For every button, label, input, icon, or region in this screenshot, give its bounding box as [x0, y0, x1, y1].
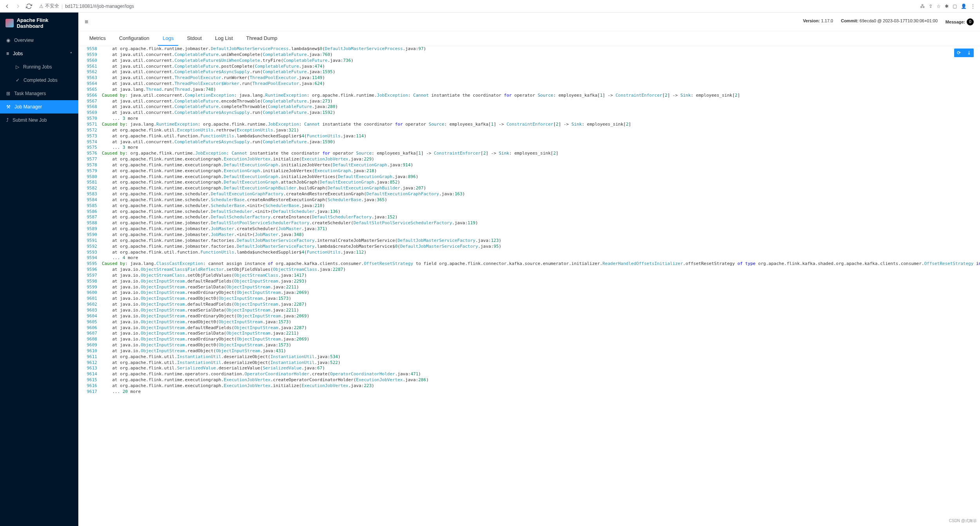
sidebar-item-running-jobs[interactable]: ▷ Running Jobs — [0, 60, 78, 74]
line-number: 9580 — [78, 174, 102, 180]
log-line: 9609 at java.io.ObjectInputStream.readOb… — [78, 342, 980, 348]
line-content: at java.io.ObjectInputStream.defaultRead… — [102, 279, 980, 285]
log-line: 9613 at org.apache.flink.util.Serialized… — [78, 366, 980, 371]
line-content: at org.apache.flink.runtime.jobmaster.Jo… — [102, 226, 980, 232]
line-number: 9597 — [78, 273, 102, 279]
line-content: at java.io.ObjectInputStream.readObject0… — [102, 342, 980, 348]
sidebar-item-overview[interactable]: ◉ Overview — [0, 34, 78, 47]
tab-log-list[interactable]: Log List — [210, 31, 238, 46]
url-bar[interactable]: ⚠ 不安全 | bd171:18081/#/job-manager/logs — [36, 2, 917, 10]
sidebar-item-label: Job Manager — [14, 104, 42, 110]
log-line: 9578 at org.apache.flink.runtime.executi… — [78, 162, 980, 168]
line-number: 9577 — [78, 157, 102, 162]
log-line: 9577 at org.apache.flink.runtime.executi… — [78, 157, 980, 162]
sidebar-item-job-manager[interactable]: ⚒ Job Manager — [0, 100, 78, 113]
line-number: 9590 — [78, 232, 102, 238]
tabs: Metrics Configuration Logs Stdout Log Li… — [78, 31, 980, 46]
line-number: 9566 — [78, 93, 102, 99]
sidebar: Apache Flink Dashboard ◉ Overview ≡ Jobs… — [0, 13, 78, 526]
line-content: at org.apache.flink.runtime.executiongra… — [102, 162, 980, 168]
log-line: 9605 at java.io.ObjectInputStream.readOb… — [78, 319, 980, 325]
log-viewer[interactable]: ⟳ ⤓ 9558 at org.apache.flink.runtime.job… — [78, 46, 980, 526]
log-line: 9595Caused by: java.lang.ClassCastExcept… — [78, 261, 980, 267]
line-content: at java.util.concurrent.ThreadPoolExecut… — [102, 81, 980, 87]
log-line: 9617 ... 20 more — [78, 389, 980, 395]
line-number: 9562 — [78, 69, 102, 75]
line-number: 9574 — [78, 139, 102, 145]
line-content: Caused by: org.apache.flink.runtime.JobE… — [102, 151, 980, 157]
window-icon[interactable]: ▢ — [953, 4, 957, 9]
sidebar-item-submit-job[interactable]: ⤴ Submit New Job — [0, 113, 78, 127]
line-number: 9601 — [78, 296, 102, 302]
log-line: 9579 at org.apache.flink.runtime.executi… — [78, 168, 980, 174]
bars-icon: ≡ — [6, 51, 9, 56]
line-content: at java.util.concurrent.CompletableFutur… — [102, 58, 980, 64]
extensions-icon[interactable]: ✱ — [945, 4, 949, 9]
line-content: at java.io.ObjectInputStream.readSerialD… — [102, 331, 980, 337]
line-number: 9610 — [78, 348, 102, 354]
line-content: at java.util.concurrent.ThreadPoolExecut… — [102, 75, 980, 81]
line-content: at java.io.ObjectStreamClass$FieldReflec… — [102, 267, 980, 273]
translate-icon[interactable]: ⁂ — [920, 4, 925, 9]
line-number: 9567 — [78, 99, 102, 104]
line-number: 9592 — [78, 244, 102, 250]
main-content: ≡ Version: 1.17.0 Commit: 69ecda0 @ 2023… — [78, 13, 980, 526]
flink-logo-icon — [5, 19, 14, 27]
log-line: 9590 at org.apache.flink.runtime.jobmast… — [78, 232, 980, 238]
log-line: 9606 at java.io.ObjectInputStream.defaul… — [78, 325, 980, 331]
tab-logs[interactable]: Logs — [158, 31, 178, 46]
download-log-button[interactable]: ⤓ — [964, 49, 974, 57]
refresh-log-button[interactable]: ⟳ — [954, 49, 964, 57]
share-icon[interactable]: ⇪ — [929, 4, 933, 9]
line-content: at java.io.ObjectInputStream.defaultRead… — [102, 325, 980, 331]
tab-stdout[interactable]: Stdout — [182, 31, 206, 46]
log-line: 9570 ... 3 more — [78, 116, 980, 122]
line-content: at org.apache.flink.runtime.scheduler.Sc… — [102, 203, 980, 209]
log-line: 9576Caused by: org.apache.flink.runtime.… — [78, 151, 980, 157]
forward-button[interactable] — [14, 2, 22, 10]
log-line: 9571Caused by: java.lang.RuntimeExceptio… — [78, 122, 980, 128]
profile-icon[interactable]: 👤 — [961, 4, 967, 9]
sidebar-item-completed-jobs[interactable]: ✓ Completed Jobs — [0, 74, 78, 87]
log-line: 9567 at java.util.concurrent.Completable… — [78, 99, 980, 104]
log-line: 9562 at java.util.concurrent.Completable… — [78, 69, 980, 75]
menu-icon[interactable]: ⋮ — [971, 4, 975, 9]
line-number: 9581 — [78, 180, 102, 186]
line-number: 9589 — [78, 226, 102, 232]
sidebar-item-task-managers[interactable]: ⊞ Task Managers — [0, 87, 78, 100]
commit-info: Commit: 69ecda0 @ 2023-03-17T10:30:06+01… — [841, 18, 938, 25]
bookmark-icon[interactable]: ☆ — [937, 4, 941, 9]
log-line: 9574 at java.util.concurrent.Completable… — [78, 139, 980, 145]
log-line: 9568 at java.util.concurrent.Completable… — [78, 104, 980, 110]
tab-metrics[interactable]: Metrics — [85, 31, 110, 46]
tab-thread-dump[interactable]: Thread Dump — [242, 31, 282, 46]
line-number: 9591 — [78, 238, 102, 244]
log-line: 9575 ... 3 more — [78, 145, 980, 151]
line-content: at java.io.ObjectInputStream.readSerialD… — [102, 308, 980, 313]
line-content: at java.io.ObjectInputStream.defaultRead… — [102, 302, 980, 308]
log-line: 9580 at org.apache.flink.runtime.executi… — [78, 174, 980, 180]
reload-button[interactable] — [25, 2, 33, 10]
line-number: 9596 — [78, 267, 102, 273]
back-button[interactable] — [3, 2, 11, 10]
log-line: 9586 at org.apache.flink.runtime.schedul… — [78, 209, 980, 215]
log-line: 9558 at org.apache.flink.runtime.jobmast… — [78, 46, 980, 52]
log-line: 9591 at org.apache.flink.runtime.jobmast… — [78, 238, 980, 244]
log-line: 9573 at org.apache.flink.util.function.F… — [78, 133, 980, 139]
line-number: 9564 — [78, 81, 102, 87]
log-line: 9593 at org.apache.flink.util.function.F… — [78, 250, 980, 256]
collapse-sidebar-button[interactable]: ≡ — [85, 18, 88, 25]
line-number: 9559 — [78, 52, 102, 58]
line-number: 9594 — [78, 255, 102, 261]
tab-configuration[interactable]: Configuration — [114, 31, 154, 46]
line-number: 9587 — [78, 214, 102, 220]
line-content: at java.io.ObjectInputStream.readObject0… — [102, 296, 980, 302]
play-icon: ▷ — [16, 64, 19, 70]
url-text: bd171:18081/#/job-manager/logs — [65, 4, 134, 9]
sidebar-item-label: Submit New Job — [13, 117, 47, 123]
message-count-badge[interactable]: 0 — [967, 18, 974, 25]
log-line: 9589 at org.apache.flink.runtime.jobmast… — [78, 226, 980, 232]
sidebar-item-jobs[interactable]: ≡ Jobs ˄ — [0, 47, 78, 60]
line-number: 9578 — [78, 162, 102, 168]
log-line: 9602 at java.io.ObjectInputStream.defaul… — [78, 302, 980, 308]
